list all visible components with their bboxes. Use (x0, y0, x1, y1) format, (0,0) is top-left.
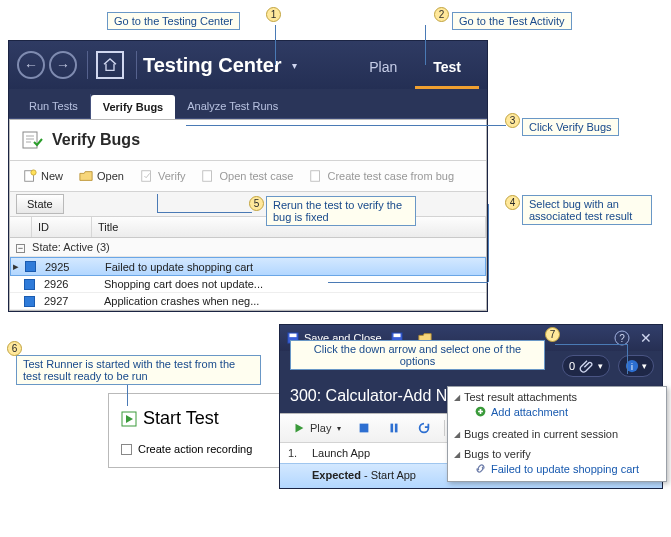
verify-button[interactable]: Verify (133, 165, 193, 187)
testing-center-window: ← → Testing Center ▾ Plan Test Run Tests… (8, 40, 488, 312)
start-test-button[interactable]: Start Test (121, 408, 295, 429)
callout-2: Go to the Test Activity (452, 12, 572, 30)
pause-button[interactable] (381, 418, 407, 438)
grid-header-id[interactable]: ID (32, 217, 92, 237)
reset-icon (417, 421, 431, 435)
svg-rect-0 (23, 132, 37, 148)
verify-label: Verify (158, 170, 186, 182)
bug-id: 2925 (39, 261, 99, 273)
play-icon (292, 421, 306, 435)
reset-button[interactable] (411, 418, 437, 438)
app-title: Testing Center (143, 54, 282, 77)
svg-rect-15 (360, 424, 369, 433)
open-icon (79, 169, 93, 183)
table-row[interactable]: ▸2925Failed to update shopping cart (10, 257, 486, 276)
callout-badge-3: 3 (505, 113, 520, 128)
grid-group-row[interactable]: − State: Active (3) (10, 238, 486, 257)
help-button[interactable]: ? (612, 328, 632, 348)
expected-text: Start App (371, 469, 416, 481)
triangle-icon: ◢ (454, 393, 460, 402)
callout-badge-5: 5 (249, 196, 264, 211)
divider (136, 51, 137, 79)
open-test-case-button[interactable]: Open test case (194, 165, 300, 187)
window-header: ← → Testing Center ▾ Plan Test (9, 41, 487, 89)
callout-badge-6: 6 (7, 341, 22, 356)
open-label: Open (97, 170, 124, 182)
paperclip-icon (579, 358, 595, 374)
pause-icon (387, 421, 401, 435)
svg-point-2 (31, 170, 36, 175)
open-tc-icon (201, 169, 215, 183)
info-pill[interactable]: i ▾ (618, 355, 654, 377)
callout-3: Click Verify Bugs (522, 118, 619, 136)
bug-title: Application crashes when neg... (98, 295, 486, 307)
create-recording-label: Create action recording (138, 443, 252, 455)
subtab-run-tests[interactable]: Run Tests (17, 94, 91, 118)
callout-line-2 (425, 25, 426, 65)
bug-title: Failed to update shopping cart (99, 261, 485, 273)
callout-line-5b (157, 212, 252, 213)
callout-badge-7: 7 (545, 327, 560, 342)
flyout-section-bugs-session[interactable]: ◢Bugs created in current session (454, 428, 660, 440)
svg-rect-17 (395, 424, 398, 433)
grid-header-spacer (10, 217, 32, 237)
app-title-dropdown[interactable]: ▾ (292, 60, 297, 71)
flyout-section-attachments[interactable]: ◢Test result attachments (454, 391, 660, 403)
close-button[interactable]: ✕ (636, 328, 656, 348)
checkbox-icon[interactable] (121, 444, 132, 455)
callout-line-5a (157, 194, 158, 212)
callout-5: Rerun the test to verify the bug is fixe… (266, 196, 416, 226)
panel-title-row: Verify Bugs (10, 120, 486, 160)
back-button[interactable]: ← (17, 51, 45, 79)
step-number: 1. (288, 447, 312, 459)
create-recording-row[interactable]: Create action recording (121, 443, 295, 455)
new-button[interactable]: New (16, 165, 70, 187)
start-test-box: Start Test Create action recording (108, 393, 308, 468)
callout-6: Test Runner is started with the test fro… (16, 355, 261, 385)
verify-bug-icon (20, 128, 44, 152)
triangle-icon: ◢ (454, 430, 460, 439)
callout-line-7b (627, 344, 628, 374)
callout-badge-1: 1 (266, 7, 281, 22)
bug-icon (20, 279, 38, 290)
subtab-analyze[interactable]: Analyze Test Runs (175, 94, 290, 118)
table-row[interactable]: 2926Shopping cart does not update... (10, 276, 486, 293)
group-toggle-icon[interactable]: − (16, 244, 25, 253)
new-icon (23, 169, 37, 183)
add-icon (474, 405, 487, 418)
verify-icon (140, 169, 154, 183)
create-tc-icon (309, 169, 323, 183)
svg-rect-16 (391, 424, 394, 433)
callout-badge-2: 2 (434, 7, 449, 22)
subtab-verify-bugs[interactable]: Verify Bugs (91, 95, 176, 119)
new-label: New (41, 170, 63, 182)
flyout-section-bugs-verify[interactable]: ◢Bugs to verify (454, 448, 660, 460)
create-tc-button[interactable]: Create test case from bug (302, 165, 461, 187)
open-button[interactable]: Open (72, 165, 131, 187)
callout-line-3 (186, 125, 506, 126)
chevron-down-icon: ▾ (337, 424, 341, 433)
tab-plan[interactable]: Plan (351, 45, 415, 89)
home-button[interactable] (96, 51, 124, 79)
group-label: State: Active (3) (32, 241, 110, 253)
row-indicator: ▸ (11, 260, 21, 273)
link-icon (474, 462, 487, 475)
home-icon (102, 57, 118, 73)
attach-count-pill[interactable]: 0 ▾ (562, 355, 610, 377)
open-tc-label: Open test case (219, 170, 293, 182)
create-tc-label: Create test case from bug (327, 170, 454, 182)
add-attachment-link[interactable]: Add attachment (454, 403, 660, 420)
stop-button[interactable] (351, 418, 377, 438)
bug-title: Shopping cart does not update... (98, 278, 486, 290)
callout-1: Go to the Testing Center (107, 12, 240, 30)
callout-line-6 (127, 384, 128, 406)
play-button[interactable]: Play ▾ (286, 418, 347, 438)
play-icon (121, 411, 137, 427)
callout-7: Click the down arrow and select one of t… (290, 340, 545, 370)
stop-icon (357, 421, 371, 435)
bug-link[interactable]: Failed to update shopping cart (454, 460, 660, 477)
forward-button[interactable]: → (49, 51, 77, 79)
state-filter-button[interactable]: State (16, 194, 64, 214)
callout-4: Select bug with an associated test resul… (522, 195, 652, 225)
table-row[interactable]: 2927Application crashes when neg... (10, 293, 486, 310)
